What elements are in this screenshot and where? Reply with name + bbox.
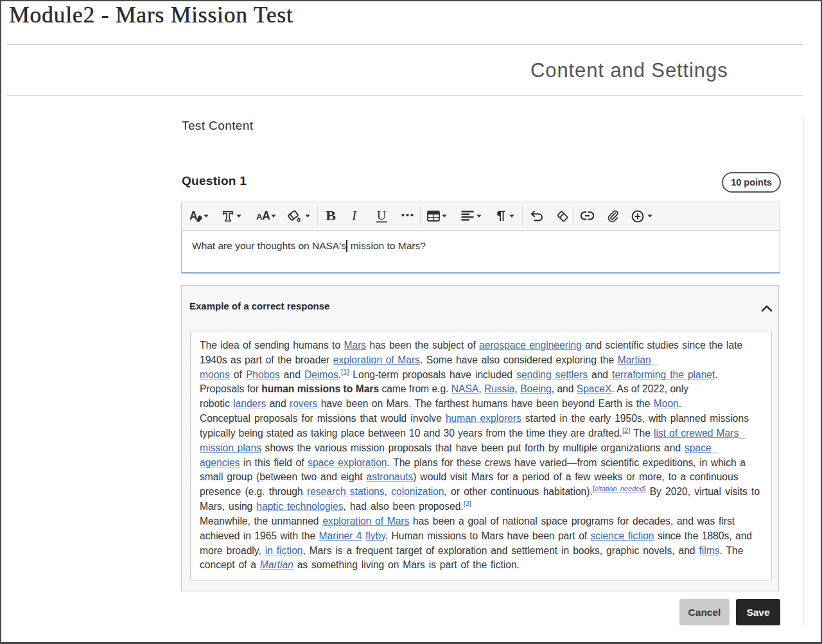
svg-text:A: A (262, 209, 270, 222)
svg-text:B: B (326, 209, 336, 222)
svg-text:A: A (189, 209, 198, 222)
svg-text:I: I (351, 209, 357, 222)
svg-text:U: U (377, 210, 387, 222)
